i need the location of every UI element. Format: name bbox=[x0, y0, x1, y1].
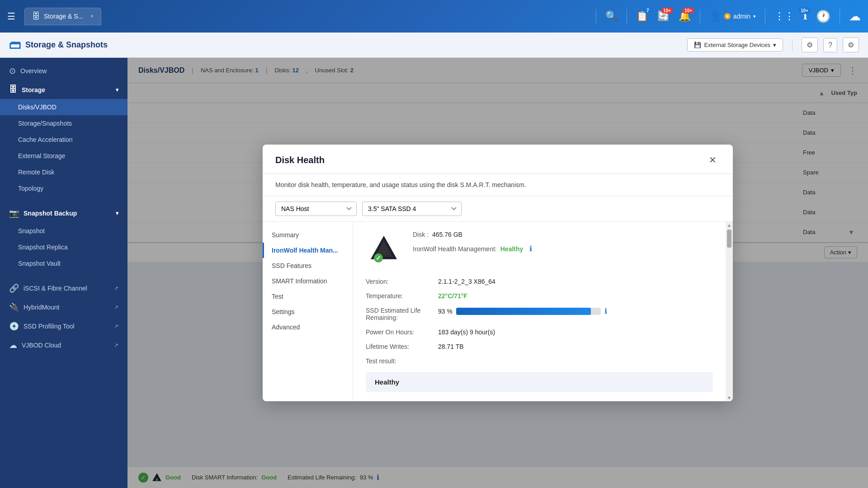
hybridmount-icon: 🔌 bbox=[9, 302, 19, 312]
snapshot-backup-icon: 📷 bbox=[9, 208, 19, 218]
iscsi-icon: 🔗 bbox=[9, 283, 19, 293]
modal-body: Summary IronWolf Health Man... SSD Featu… bbox=[263, 222, 733, 401]
modal-nav-settings[interactable]: Settings bbox=[263, 304, 353, 319]
modal-scrollbar[interactable]: ▲ ▼ bbox=[726, 222, 733, 401]
test-result-box: Healthy bbox=[366, 372, 713, 392]
sidebar-item-external-storage[interactable]: External Storage bbox=[0, 148, 127, 164]
snapshot-chevron-icon: ▾ bbox=[116, 210, 118, 216]
ironwolf-logo-svg: ✓ bbox=[368, 233, 400, 265]
disk-size-value: 465.76 GB bbox=[432, 231, 462, 238]
external-storage-button[interactable]: 💾 External Storage Devices ▾ bbox=[687, 38, 783, 52]
version-label: Version: bbox=[366, 278, 438, 285]
sidebar-item-cache-acceleration[interactable]: Cache Acceleration bbox=[0, 131, 127, 148]
sidebar-item-iscsi[interactable]: 🔗 iSCSI & Fibre Channel ↗ bbox=[0, 279, 127, 298]
progress-bar-fill bbox=[456, 308, 591, 315]
tab-close-icon[interactable]: × bbox=[90, 13, 94, 19]
disk-select[interactable]: 3.5" SATA SSD 4 bbox=[362, 202, 462, 216]
tasks-button[interactable]: 📋 7 bbox=[636, 10, 648, 22]
sidebar-item-snapshot-replica[interactable]: Snapshot Replica bbox=[0, 239, 127, 255]
ironwolf-label: IronWolf Health Management: bbox=[413, 245, 497, 253]
sidebar-item-storage-snapshots[interactable]: Storage/Snapshots bbox=[0, 115, 127, 131]
info-button[interactable]: ℹ 10+ bbox=[803, 10, 807, 22]
overview-icon: ⊙ bbox=[9, 66, 16, 76]
disk-info-header: ✓ Disk : 465.76 GB bbox=[366, 231, 713, 267]
top-bar-actions: 🔍 📋 7 🔄 10+ 🔔 10+ 👤 ★ admin ▾ ⋮⋮ ℹ 10+ 🕐 bbox=[596, 9, 861, 23]
sidebar-group-storage[interactable]: 🗄 Storage ▾ bbox=[0, 80, 127, 99]
sidebar-item-overview[interactable]: ⊙ Overview bbox=[0, 61, 127, 80]
sidebar-item-ssd-profiling[interactable]: 💿 SSD Profiling Tool ↗ bbox=[0, 317, 127, 336]
ironwolf-row: IronWolf Health Management: Healthy ℹ bbox=[413, 244, 713, 253]
sidebar-item-snapshot[interactable]: Snapshot bbox=[0, 223, 127, 239]
ironwolf-value: Healthy bbox=[500, 245, 524, 253]
dropdown-arrow-icon: ▾ bbox=[773, 42, 776, 48]
temperature-label: Temperature: bbox=[366, 292, 438, 300]
user-menu-button[interactable]: 👤 ★ admin ▾ bbox=[709, 10, 756, 22]
sidebar-label-overview: Overview bbox=[20, 67, 47, 75]
disk-details: Disk : 465.76 GB IronWolf Health Managem… bbox=[413, 231, 713, 253]
modal-nav-ssd-features[interactable]: SSD Features bbox=[263, 258, 353, 273]
more-options-button[interactable]: ⋮⋮ bbox=[774, 10, 794, 22]
sidebar-group-snapshot-backup[interactable]: 📷 Snapshot Backup ▾ bbox=[0, 204, 127, 223]
host-select[interactable]: NAS Host bbox=[275, 202, 357, 216]
username-label: admin bbox=[733, 13, 750, 20]
alerts-badge: 10+ bbox=[682, 8, 694, 14]
disk-logo: ✓ bbox=[366, 231, 402, 267]
sidebar-item-topology[interactable]: Topology bbox=[0, 180, 127, 197]
modal-controls: NAS Host 3.5" SATA SSD 4 bbox=[263, 196, 733, 222]
power-on-label: Power On Hours: bbox=[366, 328, 438, 336]
settings-icon-button[interactable]: ⚙ bbox=[802, 38, 818, 52]
ironwolf-info-icon[interactable]: ℹ bbox=[529, 244, 532, 253]
gear-button[interactable]: ⚙ bbox=[843, 38, 859, 52]
disk-health-modal: Disk Health ✕ Monitor disk health, tempe… bbox=[263, 145, 733, 401]
sidebar-item-vjbod-cloud[interactable]: ☁ VJBOD Cloud ↗ bbox=[0, 336, 127, 355]
disk-stats-grid: Version: 2.1.1-2_2_3 X86_64 Temperature:… bbox=[366, 278, 713, 365]
disk-size-label: Disk : bbox=[413, 231, 429, 238]
ssd-icon: 💿 bbox=[9, 321, 19, 331]
power-on-value: 183 day(s) 9 hour(s) bbox=[438, 328, 713, 336]
sidebar-item-disks-vjbod[interactable]: Disks/VJBOD bbox=[0, 99, 127, 115]
ssd-life-info-icon[interactable]: ℹ bbox=[604, 307, 607, 315]
modal-nav-ironwolf[interactable]: IronWolf Health Man... bbox=[263, 243, 353, 258]
test-result-value: Healthy bbox=[375, 378, 399, 386]
user-chevron-icon: ▾ bbox=[753, 14, 756, 19]
info-badge: 10+ bbox=[798, 8, 811, 14]
ssd-life-pct: 93 % bbox=[438, 308, 453, 315]
external-storage-icon: 💾 bbox=[694, 42, 701, 48]
version-value: 2.1.1-2_2_3 X86_64 bbox=[438, 278, 713, 285]
cloud-button[interactable]: ☁ bbox=[849, 9, 861, 23]
scroll-down-btn[interactable]: ▼ bbox=[727, 395, 731, 400]
vjbod-cloud-icon: ☁ bbox=[9, 340, 17, 350]
tab-app-icon: 🗄 bbox=[32, 12, 40, 21]
storage-chevron-icon: ▾ bbox=[116, 87, 118, 93]
modal-nav-summary[interactable]: Summary bbox=[263, 227, 353, 243]
sidebar-item-hybridmount[interactable]: 🔌 HybridMount ↗ bbox=[0, 298, 127, 317]
app-header: 🗃 Storage & Snapshots 💾 External Storage… bbox=[0, 33, 868, 58]
app-title: 🗃 Storage & Snapshots bbox=[9, 38, 108, 52]
storage-icon: 🗄 bbox=[9, 85, 17, 94]
modal-description: Monitor disk health, temperature, and us… bbox=[263, 174, 733, 196]
external-link-icon-ssd: ↗ bbox=[114, 323, 118, 329]
modal-nav: Summary IronWolf Health Man... SSD Featu… bbox=[263, 222, 353, 401]
help-button[interactable]: ? bbox=[823, 38, 837, 52]
ssd-life-remaining-label: Remaining: bbox=[366, 314, 398, 321]
external-link-icon-iscsi: ↗ bbox=[114, 285, 118, 291]
modal-nav-smart[interactable]: SMART Information bbox=[263, 273, 353, 289]
modal-close-button[interactable]: ✕ bbox=[705, 154, 720, 166]
modal-nav-advanced[interactable]: Advanced bbox=[263, 319, 353, 335]
modal-nav-test[interactable]: Test bbox=[263, 289, 353, 304]
sidebar-item-snapshot-vault[interactable]: Snapshot Vault bbox=[0, 255, 127, 272]
notifications-button[interactable]: 🔄 10+ bbox=[657, 10, 670, 22]
svg-text:✓: ✓ bbox=[376, 254, 381, 262]
hamburger-icon[interactable]: ☰ bbox=[7, 11, 15, 22]
search-button[interactable]: 🔍 bbox=[605, 10, 618, 22]
scroll-up-btn[interactable]: ▲ bbox=[727, 223, 731, 228]
ssd-life-container: 93 % ℹ bbox=[438, 307, 713, 315]
scroll-thumb[interactable] bbox=[727, 230, 731, 248]
app-icon: 🗃 bbox=[9, 38, 21, 52]
modal-header: Disk Health ✕ bbox=[263, 145, 733, 174]
user-avatar-icon: 👤 bbox=[709, 10, 722, 22]
sidebar-item-remote-disk[interactable]: Remote Disk bbox=[0, 164, 127, 180]
alerts-button[interactable]: 🔔 10+ bbox=[679, 10, 691, 22]
app-tab[interactable]: 🗄 Storage & S... × bbox=[24, 8, 101, 25]
disk-size-row: Disk : 465.76 GB bbox=[413, 231, 558, 238]
